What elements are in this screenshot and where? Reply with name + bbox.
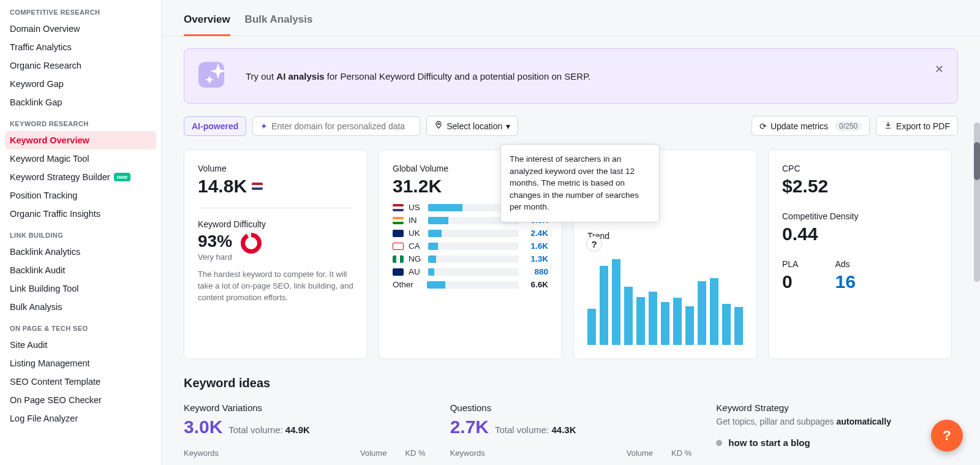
scrollbar-thumb[interactable] (974, 142, 980, 180)
gv-cc: CA (409, 241, 423, 251)
metric-cards: Volume 14.8K Keyword Difficulty 93% Very… (184, 149, 958, 359)
variations-block: Keyword Variations 3.0K Total volume: 44… (184, 403, 426, 461)
sparkle-icon (197, 58, 233, 94)
ads-value[interactable]: 16 (835, 271, 855, 292)
trend-bar (612, 259, 620, 345)
gv-row: CA1.6K (393, 241, 548, 251)
domain-input[interactable] (271, 121, 412, 131)
gv-cc: IN (409, 216, 423, 225)
gv-row: UK2.4K (393, 229, 548, 238)
scrollbar[interactable] (962, 123, 980, 282)
sidebar-item[interactable]: Backlink Audit (5, 261, 156, 279)
volume-label: Volume (198, 164, 353, 173)
trend-bar (685, 306, 694, 345)
trend-bar (624, 287, 633, 345)
sidebar-item[interactable]: Bulk Analysis (5, 298, 156, 316)
location-label: Select location (447, 121, 502, 131)
flag-icon (393, 204, 404, 211)
sidebar-item[interactable]: Keyword Gap (5, 75, 156, 93)
sidebar-item[interactable]: Position Tracking (5, 186, 156, 205)
sidebar-item[interactable]: Backlink Gap (5, 93, 156, 112)
sidebar-item[interactable]: Keyword Overview (5, 131, 156, 149)
export-pdf-button[interactable]: Export to PDF (876, 116, 958, 136)
gv-bar (427, 281, 519, 289)
flag-icon (393, 217, 404, 224)
kd-value: 93% (198, 232, 232, 251)
gv-cc: UK (409, 229, 423, 238)
trend-bar (587, 309, 596, 345)
keyword-ideas-title: Keyword ideas (184, 376, 958, 390)
tab[interactable]: Overview (184, 9, 230, 36)
trend-chart (587, 259, 743, 345)
gv-row: NG1.3K (393, 254, 548, 263)
sidebar: COMPETITIVE RESEARCHDomain OverviewTraff… (0, 0, 162, 465)
sidebar-item[interactable]: Keyword Strategy Buildernew (5, 168, 156, 186)
svg-point-1 (438, 123, 440, 125)
update-metrics-button[interactable]: ⟳ Update metrics 0/250 (752, 116, 870, 136)
flag-icon (393, 255, 404, 263)
sidebar-item[interactable]: Organic Research (5, 56, 156, 75)
help-fab[interactable]: ? (931, 420, 963, 452)
strategy-item-text: how to start a blog (728, 437, 810, 448)
gv-val: 6.6K (524, 280, 548, 289)
close-icon[interactable]: ✕ (932, 60, 946, 78)
help-icon[interactable]: ? (586, 236, 602, 252)
sparkle-icon: ✦ (260, 121, 268, 131)
svg-rect-0 (198, 62, 224, 88)
bullet-icon (716, 440, 722, 446)
trend-label: Trend (587, 231, 743, 241)
gv-bar (428, 255, 519, 263)
kd-level: Very hard (198, 252, 232, 262)
sidebar-header: KEYWORD RESEARCH (5, 112, 156, 131)
sidebar-item[interactable]: Site Audit (5, 336, 156, 354)
tab[interactable]: Bulk Analysis (245, 9, 313, 36)
trend-tooltip: The interest of searchers in an analyzed… (500, 144, 660, 222)
gv-row: AU880 (393, 267, 548, 276)
sidebar-header: COMPETITIVE RESEARCH (5, 0, 156, 20)
variations-table-head: KeywordsVolumeKD % (184, 448, 426, 461)
banner-text: Try out AI analysis for Personal Keyword… (246, 71, 945, 81)
location-select[interactable]: Select location ▾ (426, 116, 518, 136)
chevron-down-icon: ▾ (506, 121, 510, 131)
trend-bar (710, 278, 718, 345)
cd-value: 0.44 (782, 224, 938, 244)
sidebar-item[interactable]: SEO Content Template (5, 372, 156, 391)
questions-block: Questions 2.7K Total volume: 44.3K Keywo… (450, 403, 692, 461)
gv-cc: AU (409, 267, 423, 276)
export-label: Export to PDF (896, 121, 950, 131)
trend-bar (673, 298, 682, 345)
sidebar-item[interactable]: Log File Analyzer (5, 409, 156, 428)
volume-card: Volume 14.8K Keyword Difficulty 93% Very… (184, 149, 368, 359)
sidebar-item[interactable]: Link Building Tool (5, 279, 156, 298)
sidebar-header: ON PAGE & TECH SEO (5, 316, 156, 336)
flag-icon (393, 243, 404, 250)
questions-label: Questions (450, 403, 692, 413)
kd-desc: The hardest keyword to compete for. It w… (198, 269, 353, 304)
gv-row-other: Other6.6K (393, 280, 548, 289)
sidebar-item[interactable]: Traffic Analytics (5, 38, 156, 56)
gv-val: 880 (524, 267, 548, 276)
export-icon (884, 121, 892, 131)
flag-us-icon (252, 183, 263, 190)
gv-cc: US (409, 203, 423, 212)
sidebar-item[interactable]: Organic Traffic Insights (5, 205, 156, 223)
gv-val: 2.4K (524, 229, 548, 238)
pin-icon (434, 121, 443, 131)
variations-value: 3.0K (184, 417, 222, 437)
variations-label: Keyword Variations (184, 403, 426, 413)
sidebar-item[interactable]: Domain Overview (5, 20, 156, 38)
gv-bar (428, 243, 519, 250)
pla-value: 0 (782, 271, 798, 292)
sidebar-item[interactable]: On Page SEO Checker (5, 391, 156, 409)
sidebar-item[interactable]: Listing Management (5, 354, 156, 372)
trend-bar (722, 304, 731, 345)
domain-input-wrapper[interactable]: ✦ (252, 116, 420, 136)
sidebar-item[interactable]: Keyword Magic Tool (5, 149, 156, 168)
trend-bar (698, 281, 706, 345)
strategy-item[interactable]: how to start a blog (716, 434, 958, 452)
content: Try out AI analysis for Personal Keyword… (162, 36, 980, 465)
questions-table-head: KeywordsVolumeKD % (450, 448, 692, 461)
sidebar-item[interactable]: Backlink Analytics (5, 243, 156, 261)
cd-label: Competitive Density (782, 211, 938, 221)
trend-card: The interest of searchers in an analyzed… (573, 149, 757, 359)
